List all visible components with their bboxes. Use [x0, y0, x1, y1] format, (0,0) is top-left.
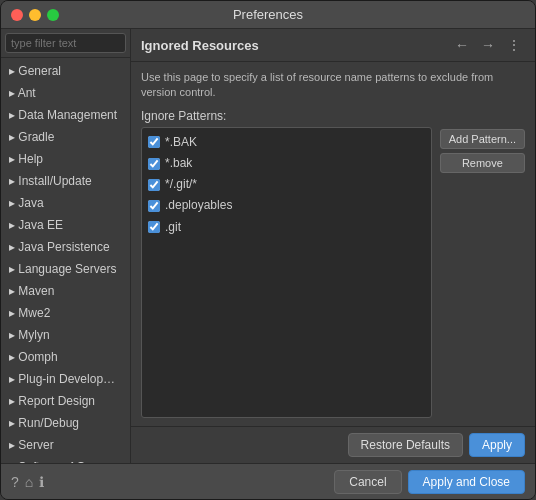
- cancel-button[interactable]: Cancel: [334, 470, 401, 494]
- pattern-label-bak-upper: *.BAK: [165, 133, 197, 152]
- minimize-button[interactable]: [29, 9, 41, 21]
- sidebar-item-data-management[interactable]: ▸ Data Management: [1, 104, 130, 126]
- back-button[interactable]: ←: [451, 35, 473, 55]
- sidebar-item-ant[interactable]: ▸ Ant: [1, 82, 130, 104]
- filter-input[interactable]: [5, 33, 126, 53]
- traffic-lights: [11, 9, 59, 21]
- pattern-buttons: Add Pattern... Remove: [440, 127, 525, 418]
- patterns-list: *.BAK*.bak*/.git/*.deployables.git: [141, 127, 432, 418]
- sidebar-item-language-servers[interactable]: ▸ Language Servers: [1, 258, 130, 280]
- pattern-item-bak-lower[interactable]: *.bak: [146, 153, 427, 174]
- pattern-checkbox-git[interactable]: [148, 221, 160, 233]
- restore-defaults-button[interactable]: Restore Defaults: [348, 433, 463, 457]
- sidebar-item-software-ag[interactable]: ▸ Software AG: [1, 456, 130, 463]
- more-button[interactable]: ⋮: [503, 35, 525, 55]
- pattern-label-bak-lower: *.bak: [165, 154, 192, 173]
- pattern-item-deployables[interactable]: .deployables: [146, 195, 427, 216]
- bottom-bar: ? ⌂ ℹ Cancel Apply and Close: [1, 463, 535, 499]
- forward-button[interactable]: →: [477, 35, 499, 55]
- panel-title: Ignored Resources: [141, 38, 259, 53]
- preferences-window: Preferences ▸ General▸ Ant▸ Data Managem…: [0, 0, 536, 500]
- pattern-item-git-dir[interactable]: */.git/*: [146, 174, 427, 195]
- right-panel: Ignored Resources ← → ⋮ Use this page to…: [131, 29, 535, 463]
- sidebar: ▸ General▸ Ant▸ Data Management▸ Gradle▸…: [1, 29, 131, 463]
- titlebar: Preferences: [1, 1, 535, 29]
- pattern-checkbox-deployables[interactable]: [148, 200, 160, 212]
- main-content: ▸ General▸ Ant▸ Data Management▸ Gradle▸…: [1, 29, 535, 463]
- sidebar-item-install-update[interactable]: ▸ Install/Update: [1, 170, 130, 192]
- sidebar-list: ▸ General▸ Ant▸ Data Management▸ Gradle▸…: [1, 58, 130, 463]
- pattern-label-git: .git: [165, 218, 181, 237]
- panel-description: Use this page to specify a list of resou…: [141, 70, 525, 101]
- add-pattern-button[interactable]: Add Pattern...: [440, 129, 525, 149]
- panel-body: Use this page to specify a list of resou…: [131, 62, 535, 426]
- panel-toolbar: ← → ⋮: [451, 35, 525, 55]
- sidebar-item-help[interactable]: ▸ Help: [1, 148, 130, 170]
- sidebar-item-run-debug[interactable]: ▸ Run/Debug: [1, 412, 130, 434]
- pattern-item-bak-upper[interactable]: *.BAK: [146, 132, 427, 153]
- patterns-area: *.BAK*.bak*/.git/*.deployables.git Add P…: [141, 127, 525, 418]
- home-icon[interactable]: ⌂: [25, 474, 33, 490]
- sidebar-item-maven[interactable]: ▸ Maven: [1, 280, 130, 302]
- close-button[interactable]: [11, 9, 23, 21]
- pattern-label-deployables: .deployables: [165, 196, 232, 215]
- pattern-checkbox-bak-upper[interactable]: [148, 136, 160, 148]
- sidebar-item-mwe2[interactable]: ▸ Mwe2: [1, 302, 130, 324]
- sidebar-item-java[interactable]: ▸ Java: [1, 192, 130, 214]
- panel-footer: Restore Defaults Apply: [131, 426, 535, 463]
- sidebar-item-oomph[interactable]: ▸ Oomph: [1, 346, 130, 368]
- ignore-label: Ignore Patterns:: [141, 109, 525, 123]
- window-title: Preferences: [233, 7, 303, 22]
- remove-button[interactable]: Remove: [440, 153, 525, 173]
- sidebar-item-mylyn[interactable]: ▸ Mylyn: [1, 324, 130, 346]
- bottom-right: Cancel Apply and Close: [334, 470, 525, 494]
- pattern-checkbox-bak-lower[interactable]: [148, 158, 160, 170]
- pattern-item-git[interactable]: .git: [146, 217, 427, 238]
- filter-wrap: [1, 29, 130, 58]
- sidebar-item-general[interactable]: ▸ General: [1, 60, 130, 82]
- sidebar-item-plugin-development[interactable]: ▸ Plug-in Development: [1, 368, 130, 390]
- sidebar-item-report-design[interactable]: ▸ Report Design: [1, 390, 130, 412]
- sidebar-item-server[interactable]: ▸ Server: [1, 434, 130, 456]
- apply-close-button[interactable]: Apply and Close: [408, 470, 525, 494]
- sidebar-item-java-persistence[interactable]: ▸ Java Persistence: [1, 236, 130, 258]
- apply-button[interactable]: Apply: [469, 433, 525, 457]
- pattern-label-git-dir: */.git/*: [165, 175, 197, 194]
- sidebar-item-gradle[interactable]: ▸ Gradle: [1, 126, 130, 148]
- pattern-checkbox-git-dir[interactable]: [148, 179, 160, 191]
- maximize-button[interactable]: [47, 9, 59, 21]
- panel-header: Ignored Resources ← → ⋮: [131, 29, 535, 62]
- help-icon[interactable]: ?: [11, 474, 19, 490]
- info-icon[interactable]: ℹ: [39, 474, 44, 490]
- sidebar-item-java-ee[interactable]: ▸ Java EE: [1, 214, 130, 236]
- bottom-left: ? ⌂ ℹ: [11, 474, 44, 490]
